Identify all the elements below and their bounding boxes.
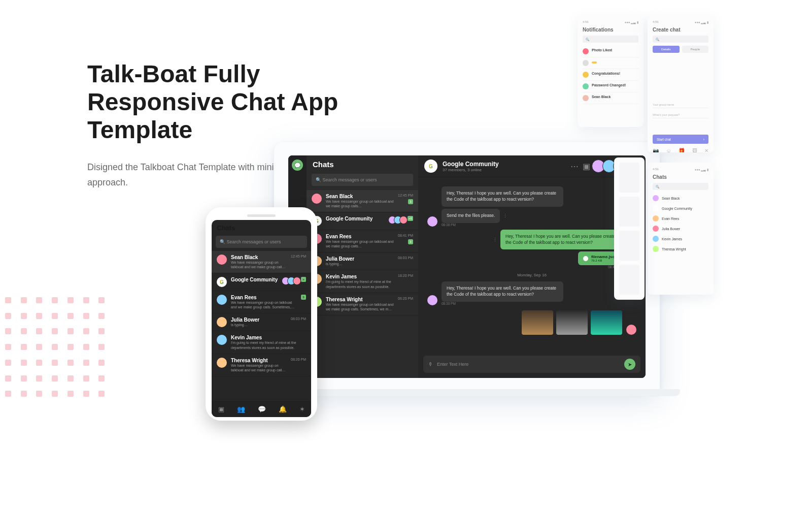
send-button[interactable]: ➤: [624, 359, 635, 370]
search-input[interactable]: 🔍 Search messages or users: [312, 174, 413, 186]
tab-alerts-icon[interactable]: 🔔: [279, 405, 287, 413]
chat-list-item[interactable]: Kevin JamesI'm going to meet my friend o…: [212, 331, 311, 354]
chat-list-item[interactable]: Sean BlackWe have messanger group on tal…: [307, 190, 418, 212]
conversation-title: Google Community: [443, 161, 499, 168]
chat-list-item[interactable]: Theresa WrightWe have messenger group on…: [307, 293, 418, 315]
preview-chats-light-card: 4:56●●● ▂▃ ▮ Chats 🔍 Sean BlackGoogle Co…: [648, 163, 714, 295]
message-menu-icon[interactable]: ⋮: [503, 213, 507, 218]
lite-chat-item[interactable]: Kevin James: [653, 234, 708, 244]
group-name-input[interactable]: Your group name: [653, 102, 708, 108]
sender-avatar: [427, 295, 437, 305]
lite-chats-title: Chats: [653, 174, 708, 180]
emoji-icon[interactable]: ☺: [666, 148, 671, 152]
preview-notifications-card: 4:56●●● ▂▃ ▮ Notifications 🔍 Photo Liked…: [578, 15, 644, 127]
chat-list-item[interactable]: Google Community+5: [307, 212, 418, 230]
app-logo-icon[interactable]: [292, 160, 303, 171]
camera-icon[interactable]: 📷: [653, 148, 659, 152]
download-icon: [583, 256, 588, 261]
lite-chat-item[interactable]: Google Community: [653, 203, 708, 213]
message-in: Hey, Theresa! I hope you are well. Can y…: [442, 281, 563, 302]
message-in: Send me the files please.: [442, 209, 500, 223]
lite-chat-item[interactable]: Theresa Wright: [653, 244, 708, 254]
chat-list-item[interactable]: Kevin JamesI'm going to meet my friend o…: [307, 270, 418, 293]
tab-people-icon[interactable]: 👥: [237, 405, 245, 413]
chat-list-item[interactable]: Sean BlackWe have messanger group on tal…: [212, 251, 311, 273]
conversation-subtitle: 37 members, 3 online: [443, 168, 499, 172]
message-menu-icon[interactable]: ⋮: [493, 237, 497, 242]
start-chat-button[interactable]: Start chat›: [653, 135, 708, 144]
group-purpose-input[interactable]: What's your purpose?: [653, 112, 708, 118]
date-separator: Monday, Sep 16: [427, 273, 636, 277]
search-icon: 🔍: [316, 177, 321, 182]
tab-people[interactable]: People: [682, 46, 709, 53]
sender-avatar: [427, 216, 437, 227]
tab-details[interactable]: Details: [653, 46, 680, 53]
chat-list-item[interactable]: Julia Boweris typing…08:03 PM: [307, 252, 418, 270]
chat-list-item[interactable]: Julia Boweris typing…08:03 PM: [212, 313, 311, 331]
file-name: filename.json: [591, 255, 617, 259]
chat-list-item[interactable]: Evan ReesWe have messenger group on talk…: [307, 230, 418, 252]
chat-list-item[interactable]: Google Community+: [212, 273, 311, 291]
more-icon[interactable]: ⋯: [570, 162, 579, 171]
chat-list-item[interactable]: Evan ReesWe have messenger group on talk…: [212, 291, 311, 313]
tab-chats-icon[interactable]: 💬: [258, 405, 266, 413]
decorative-dot-grid: [5, 297, 107, 399]
chat-list-item[interactable]: Theresa WrightWe have messenger group on…: [212, 354, 311, 376]
search-placeholder: Search messages or users: [323, 177, 377, 182]
lite-chat-item[interactable]: Evan Rees: [653, 213, 708, 224]
conversation-panel: Google Community 37 members, 3 online ⋯ …: [418, 155, 646, 378]
laptop-frame: Chats 🔍 Search messages or users Sean Bl…: [274, 142, 660, 391]
message-time: 08:30 PM: [442, 302, 563, 305]
self-avatar: [626, 325, 636, 335]
video-icon[interactable]: ▣: [583, 162, 590, 171]
lite-chat-item[interactable]: Julia Bower: [653, 224, 708, 234]
search-icon: 🔍: [220, 239, 225, 244]
message-time: 08:38 PM: [442, 223, 563, 227]
image-attachments[interactable]: [522, 310, 622, 335]
lite-chat-item[interactable]: Sean Black: [653, 193, 708, 203]
message-in: Hey, Theresa! I hope you are well. Can y…: [442, 186, 563, 207]
create-chat-title: Create chat: [653, 27, 708, 33]
phone-chats-title: Chats: [217, 224, 306, 232]
file-size: 79.2 KB: [591, 259, 617, 262]
hero-title: Talk-Boat Fully Responsive Chat App Temp…: [87, 60, 351, 144]
phone-search-input[interactable]: 🔍 Search messages or users: [216, 236, 307, 248]
tab-contacts-icon[interactable]: ▣: [218, 405, 224, 413]
preview-strip-card: [614, 157, 645, 300]
image-icon[interactable]: 🖼: [692, 148, 697, 152]
composer-input[interactable]: Enter Text Here: [437, 362, 468, 367]
message-out: Hey, Theresa! I hope you are well. Can y…: [500, 230, 622, 250]
mic-icon[interactable]: 🎙: [428, 362, 433, 367]
phone-frame: Chats 🔍 Search messages or users Sean Bl…: [206, 207, 317, 421]
preview-create-chat-card: 4:56●●● ▂▃ ▮ Create chat 🔍 Details Peopl…: [648, 15, 714, 152]
gift-icon[interactable]: 🎁: [679, 148, 685, 152]
close-icon[interactable]: ✕: [704, 148, 708, 152]
conversation-avatar google-icon: [424, 160, 437, 173]
tab-settings-icon[interactable]: ✶: [299, 405, 305, 413]
chat-list-title: Chats: [307, 155, 418, 172]
notifications-title: Notifications: [583, 27, 638, 33]
chat-list-panel: Chats 🔍 Search messages or users Sean Bl…: [307, 155, 418, 378]
